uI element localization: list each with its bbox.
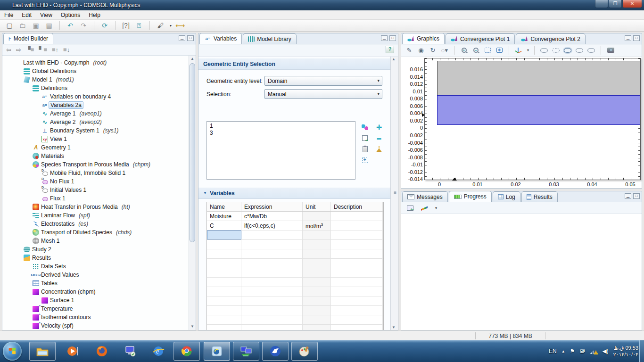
color-settings-dropdown-icon[interactable]: ▾ [435, 206, 437, 210]
paste-selection-icon[interactable] [360, 144, 370, 154]
selected-entity[interactable]: 1 [210, 123, 352, 130]
tree-item[interactable]: Velocity (spf) [2, 321, 189, 330]
cell-unit[interactable]: mol/m3 [303, 221, 331, 230]
scroll-down-icon[interactable]: ▼ [392, 325, 396, 329]
table-empty-row[interactable] [207, 249, 383, 259]
view-options-icon[interactable]: ◌▾ [440, 46, 449, 55]
cell-name[interactable] [207, 278, 241, 287]
table-empty-row[interactable] [207, 287, 383, 296]
power-plug-icon[interactable]: 🖳 [579, 348, 585, 354]
volume-icon[interactable]: ◀) [602, 348, 608, 354]
cell-unit[interactable] [303, 315, 331, 324]
selected-entity[interactable]: 3 [210, 130, 352, 137]
zoom-to-selection-icon[interactable] [360, 155, 370, 165]
tree-item[interactable]: Results [2, 254, 189, 262]
tree-item[interactable]: ∿Average 1(aveop1) [2, 109, 189, 118]
detach-window-icon[interactable] [406, 204, 414, 212]
taskbar-windows-media-player[interactable] [59, 342, 86, 361]
menu-options[interactable]: Options [57, 11, 84, 19]
cell-name[interactable] [207, 230, 241, 239]
visibility-icon[interactable]: ◉ [417, 46, 425, 55]
model-builder-tab[interactable]: ⊦ Model Builder [3, 33, 53, 44]
tab-progress[interactable]: Progress [449, 191, 492, 202]
cell-description[interactable] [331, 315, 383, 324]
menu-edit[interactable]: Edit [17, 11, 36, 19]
panel-minimize-icon[interactable]: ▁ [381, 35, 388, 41]
cell-unit[interactable] [303, 259, 331, 268]
table-row[interactable]: Cif(c<0,eps,c)mol/m3 [207, 221, 383, 230]
entity-level-dropdown[interactable]: Domain [264, 76, 382, 86]
tab-convergence-plot-2[interactable]: Convergence Plot 2 [516, 33, 585, 44]
cell-description[interactable] [331, 296, 383, 305]
settings-scrollbar[interactable]: ▲ ▼ ≡ [390, 57, 398, 330]
tree-item[interactable]: Temperature [2, 304, 189, 313]
clock[interactable]: 09:53 ق.ظ ۲۰۱۴/۱۰/۰۴ [613, 345, 638, 358]
table-empty-row[interactable] [207, 325, 383, 330]
save-icon[interactable]: ▣ [31, 21, 41, 30]
table-empty-row[interactable] [207, 315, 383, 325]
tree-item[interactable]: Definitions [2, 84, 189, 92]
table-empty-row[interactable] [207, 278, 383, 287]
cell-description[interactable] [331, 240, 383, 249]
cell-description[interactable] [331, 287, 383, 296]
scroll-up-icon[interactable]: ▲ [392, 57, 396, 61]
cell-description[interactable] [331, 230, 383, 239]
tree-item[interactable]: Last with EHD - Copy.mph(root) [2, 58, 189, 67]
cell-expression[interactable] [241, 296, 303, 305]
snapshot-icon[interactable] [606, 46, 615, 55]
geometric-entity-selection-header[interactable]: Geometric Entity Selection [198, 58, 390, 70]
tree-item[interactable]: Transport of Diluted Species(chds) [2, 228, 189, 237]
cell-expression[interactable] [241, 306, 303, 315]
tree-item[interactable]: Electrostatics(es) [2, 220, 189, 228]
zoom-extents-icon[interactable]: ✥ [495, 46, 504, 55]
redo-icon[interactable]: ↷ [79, 21, 88, 30]
clear-plot-icon[interactable]: 🖌 [156, 21, 165, 30]
cell-description[interactable] [331, 249, 383, 258]
tree-item[interactable]: 8.85 e-12Derived Values [2, 271, 189, 279]
taskbar-messenger-dove[interactable] [262, 342, 289, 361]
new-icon[interactable]: ▢ [5, 21, 14, 30]
tree-item[interactable]: Isothermal contours [2, 313, 189, 321]
cell-expression[interactable]: if(c<0,eps,c) [241, 221, 303, 230]
tree-item[interactable]: Materials [2, 152, 189, 160]
show-desktop-button[interactable] [639, 340, 644, 362]
tree-item[interactable]: Mesh 1 [2, 237, 189, 245]
cell-name[interactable] [207, 240, 241, 249]
cell-unit[interactable] [303, 212, 331, 221]
table-empty-row[interactable] [207, 240, 383, 249]
panel-maximize-icon[interactable]: □ [187, 35, 194, 41]
cell-expression[interactable] [241, 315, 303, 324]
tree-item[interactable]: Study 2 [2, 245, 189, 254]
cell-unit[interactable] [303, 249, 331, 258]
hide-object-icon[interactable]: ✎ [405, 46, 413, 55]
cell-name[interactable] [207, 287, 241, 296]
move-down-icon[interactable]: ≡↓ [63, 46, 70, 53]
cell-unit[interactable] [303, 325, 331, 330]
selection-dropdown[interactable]: Manual [264, 89, 382, 99]
tree-item[interactable]: Mobile Fluid, Immobile Solid 1 [2, 169, 189, 177]
tree-item[interactable]: ⊥Boundary System 1(sys1) [2, 126, 189, 135]
taskbar-comsol[interactable] [204, 342, 230, 361]
panel-minimize-icon[interactable]: ▁ [179, 35, 185, 41]
geometry-domain-selected[interactable] [437, 95, 640, 125]
tree-item[interactable]: xyView 1 [2, 135, 189, 143]
tree-item[interactable]: AGeometry 1 [2, 143, 189, 152]
cell-description[interactable] [331, 268, 383, 277]
tree-item[interactable]: Initial Values 1 [2, 186, 189, 194]
geometry-domain-upper[interactable] [437, 61, 640, 95]
tree-item[interactable]: Global Definitions [2, 67, 189, 75]
tree-item[interactable]: a=Variables 2a [2, 101, 189, 109]
cell-description[interactable] [331, 221, 383, 230]
tree-item[interactable]: Surface 1 [2, 296, 189, 304]
menu-view[interactable]: View [36, 11, 57, 19]
cell-name[interactable] [207, 315, 241, 324]
go-to-view-icon[interactable] [514, 46, 523, 55]
tab-graphics[interactable]: Graphics [402, 33, 445, 44]
remove-from-selection-icon[interactable]: ▬ [374, 133, 384, 143]
create-selection-icon[interactable] [360, 122, 370, 132]
tree-item[interactable]: Data Sets [2, 262, 189, 271]
cell-name[interactable] [207, 306, 241, 315]
tree-item[interactable]: No Flux 1 [2, 177, 189, 186]
measure-icon[interactable]: ⟷ [175, 21, 185, 30]
documentation-icon[interactable]: ⍰ [134, 21, 144, 30]
